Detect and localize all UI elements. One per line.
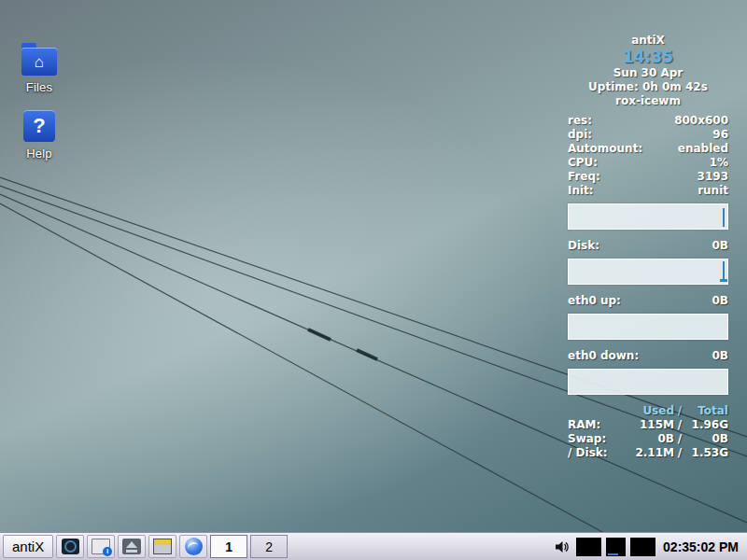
- stat-row-disk: Disk: 0B: [568, 239, 728, 253]
- separator: /: [674, 432, 685, 446]
- disk-io-graph: [568, 259, 728, 285]
- window-icon: [153, 539, 172, 554]
- stat-row-eth0-up: eth0 up: 0B: [568, 294, 728, 308]
- uptime-value: 0h 0m 42s: [642, 80, 708, 93]
- usage-used: 2.11M: [629, 446, 674, 460]
- usage-label: RAM:: [568, 418, 629, 432]
- usage-total: 1.53G: [685, 446, 728, 460]
- mem-monitor-applet: [630, 538, 655, 556]
- taskbar: antiX i 1 2 02:35:02 PM: [0, 532, 747, 560]
- stat-value: 0B: [712, 349, 729, 363]
- file-manager-button[interactable]: [148, 535, 176, 558]
- usage-used: 0B: [629, 432, 674, 446]
- stat-value: 0B: [712, 239, 729, 253]
- cpu-monitor-applet: [576, 538, 601, 556]
- start-menu-button[interactable]: antiX: [3, 535, 53, 558]
- desktop-icon-label: Help: [26, 147, 52, 161]
- cpu-graph: [568, 203, 728, 230]
- conky-session: rox-icewm: [568, 94, 728, 108]
- web-browser-button[interactable]: [179, 535, 207, 558]
- usage-label: Swap:: [568, 432, 629, 446]
- stat-label: dpi:: [568, 128, 592, 142]
- stat-label: CPU:: [568, 156, 598, 170]
- stat-label: res:: [568, 114, 592, 128]
- usage-total: 1.96G: [685, 418, 728, 432]
- used-header: Used: [629, 404, 674, 418]
- stat-value: 3193: [698, 170, 728, 184]
- stat-value: 96: [712, 128, 728, 142]
- usage-used: 115M: [629, 418, 674, 432]
- usage-label: / Disk:: [568, 446, 629, 460]
- globe-icon: [185, 538, 203, 555]
- stat-label: Freq:: [568, 170, 600, 184]
- conky-title: antiX: [568, 34, 728, 48]
- stat-row-cpu: CPU: 1%: [568, 156, 728, 170]
- stat-value: 747x560: [674, 114, 728, 128]
- usage-row-disk: / Disk: 2.11M / 1.53G: [568, 446, 728, 460]
- desktop-icon-files[interactable]: ⌂ Files: [9, 43, 69, 94]
- stat-value: 1%: [710, 156, 728, 170]
- used-total-header: Used / Total: [568, 404, 728, 418]
- usage-total: 0B: [685, 432, 728, 446]
- separator: /: [674, 446, 685, 460]
- conky-clock: 14:35: [568, 48, 728, 66]
- stat-label: eth0 down:: [568, 349, 639, 363]
- usage-row-ram: RAM: 115M / 1.96G: [568, 418, 728, 432]
- stat-value: 0B: [712, 294, 729, 308]
- package-installer-button[interactable]: i: [87, 535, 115, 558]
- stat-value: runit: [698, 184, 728, 198]
- info-badge-icon: i: [103, 547, 112, 556]
- house-icon: ⌂: [35, 54, 44, 70]
- stat-label: Init:: [568, 184, 594, 198]
- separator: /: [674, 418, 685, 432]
- package-icon: i: [92, 539, 110, 554]
- stat-row-res: res: 747x560: [568, 114, 728, 128]
- conky-date: Sun 30 Apr: [568, 66, 728, 80]
- terminal-icon: [62, 539, 79, 554]
- separator: /: [674, 404, 685, 418]
- stat-row-dpi: dpi: 96: [568, 128, 728, 142]
- workspace-button-1[interactable]: 1: [210, 535, 247, 558]
- volume-button[interactable]: [553, 539, 571, 554]
- eject-unmount-button[interactable]: [118, 535, 146, 558]
- desktop-icon-help[interactable]: ? Help: [9, 110, 69, 161]
- stat-label: Disk:: [568, 239, 599, 253]
- home-glyph: ⌂: [21, 48, 57, 76]
- stat-label: eth0 up:: [568, 294, 621, 308]
- stat-row-automount: Automount: enabled: [568, 142, 728, 156]
- eth0-down-graph: [568, 369, 728, 395]
- stat-row-freq: Freq: 3193: [568, 170, 728, 184]
- taskbar-tray: 02:35:02 PM: [553, 538, 744, 556]
- stat-label: Automount:: [568, 142, 642, 156]
- terminal-button[interactable]: [56, 535, 84, 558]
- question-glyph: ?: [33, 114, 45, 138]
- total-header: Total: [685, 404, 728, 418]
- uptime-label: Uptime:: [588, 80, 639, 93]
- eth0-up-graph: [568, 314, 728, 340]
- usage-row-swap: Swap: 0B / 0B: [568, 432, 728, 446]
- eject-icon: [122, 539, 141, 554]
- question-mark-icon: ?: [23, 110, 55, 142]
- stat-row-init: Init: runit: [568, 184, 728, 198]
- desktop: ⌂ Files ? Help antiX 14:35 Sun 30 Apr Up…: [0, 0, 747, 560]
- workspace-button-2[interactable]: 2: [250, 535, 288, 558]
- net-monitor-applet: [606, 538, 626, 556]
- stat-row-eth0-down: eth0 down: 0B: [568, 349, 728, 363]
- stat-value: enabled: [678, 142, 728, 156]
- conky-uptime: Uptime: 0h 0m 42s: [568, 80, 728, 94]
- folder-icon: ⌂: [21, 48, 57, 76]
- desktop-icon-label: Files: [26, 80, 52, 94]
- taskbar-clock: 02:35:02 PM: [660, 539, 741, 554]
- conky-system-monitor: antiX 14:35 Sun 30 Apr Uptime: 0h 0m 42s…: [568, 34, 728, 460]
- speaker-icon: [555, 539, 570, 554]
